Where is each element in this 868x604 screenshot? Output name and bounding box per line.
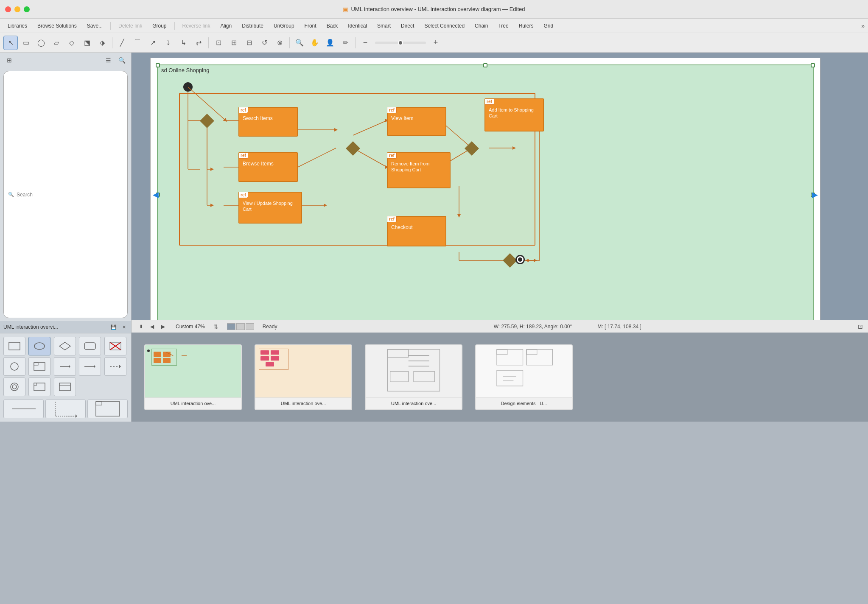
sidebar-grid-view[interactable]: ⊞ <box>3 55 15 65</box>
shape-fragment[interactable] <box>28 378 50 396</box>
nav-arrow-left[interactable]: ◀ <box>153 190 159 199</box>
menu-smart[interactable]: Smart <box>373 21 395 31</box>
tool-flip[interactable]: ⊗ <box>272 36 287 50</box>
thumbnail-4[interactable]: Design elements - U... <box>475 344 573 410</box>
menu-group[interactable]: Group <box>148 21 171 31</box>
tool-select-all[interactable]: ⊞ <box>227 36 241 50</box>
tool-parallelogram[interactable]: ▱ <box>49 36 64 50</box>
handle-top-left[interactable] <box>156 63 160 67</box>
sidebar-search-toggle[interactable]: 🔍 <box>116 55 128 65</box>
menu-libraries[interactable]: Libraries <box>3 21 31 31</box>
view-btn-1[interactable] <box>227 323 235 330</box>
sidebar-list-view[interactable]: ☰ <box>102 55 114 65</box>
menu-browse-solutions[interactable]: Browse Solutions <box>33 21 81 31</box>
view-btn-2[interactable] <box>236 323 245 330</box>
menu-back[interactable]: Back <box>322 21 342 31</box>
menu-front[interactable]: Front <box>300 21 321 31</box>
menu-reverse-link[interactable]: Reverse link <box>178 21 215 31</box>
menu-ungroup[interactable]: UnGroup <box>269 21 299 31</box>
tool-curve[interactable]: ⌒ <box>130 36 145 50</box>
canvas-area[interactable]: ⧉ ◇ ● ⌐ ⌐ sd Online Shopping ◀ <box>132 53 868 422</box>
handle-top-right[interactable] <box>811 63 815 67</box>
tool-rectangle[interactable]: ▭ <box>19 36 33 50</box>
prev-btn[interactable]: ◀ <box>148 322 156 331</box>
shape-frame[interactable] <box>28 357 50 376</box>
ref-view-update-cart[interactable]: ref View / Update Shopping Cart <box>238 192 302 224</box>
shape-ref-box[interactable] <box>87 400 128 418</box>
ref-tag-browse: ref <box>239 153 248 159</box>
tool-shape5[interactable]: ⬔ <box>80 36 94 50</box>
svg-rect-19 <box>59 383 70 391</box>
minimize-button[interactable] <box>14 6 20 12</box>
menu-select-connected[interactable]: Select Connected <box>420 21 469 31</box>
svg-rect-79 <box>526 349 537 354</box>
menu-grid[interactable]: Grid <box>539 21 557 31</box>
tool-zoom-select[interactable]: ⊡ <box>211 36 226 50</box>
shape-elbow[interactable] <box>45 400 86 418</box>
ref-checkout[interactable]: ref Checkout <box>387 216 446 246</box>
tool-ellipse[interactable]: ◯ <box>34 36 48 50</box>
shape-rounded-rect[interactable] <box>79 337 101 355</box>
shape-arrow-right[interactable] <box>54 357 76 376</box>
thumbnails-row: UML interaction ove... UML interaction o… <box>132 333 868 422</box>
shape-swimlane[interactable] <box>54 378 76 396</box>
menu-chain[interactable]: Chain <box>470 21 492 31</box>
menu-tree[interactable]: Tree <box>494 21 512 31</box>
zoom-slider[interactable] <box>375 42 426 44</box>
tool-rotate[interactable]: ↺ <box>257 36 272 50</box>
menu-distribute[interactable]: Distribute <box>238 21 268 31</box>
tool-diamond[interactable]: ◇ <box>64 36 79 50</box>
tool-search[interactable]: 🔍 <box>292 36 307 50</box>
menu-rulers[interactable]: Rulers <box>515 21 538 31</box>
ref-search-items[interactable]: ref Search Items <box>238 107 298 137</box>
shape-hline[interactable] <box>3 400 44 418</box>
tool-hand[interactable]: ✋ <box>308 36 322 50</box>
ref-browse-items[interactable]: ref Browse Items <box>238 152 298 182</box>
close-button[interactable] <box>5 6 11 12</box>
shape-rectangle[interactable] <box>3 337 25 355</box>
tool-stamp[interactable]: 👤 <box>323 36 337 50</box>
tool-connector2[interactable]: ↳ <box>176 36 190 50</box>
toggle-panel-btn[interactable]: ⊡ <box>858 323 863 330</box>
tool-connector3[interactable]: ⇄ <box>191 36 206 50</box>
shape-diamond[interactable] <box>54 337 76 355</box>
maximize-button[interactable] <box>24 6 30 12</box>
search-input[interactable] <box>17 192 123 198</box>
ref-remove-item[interactable]: ref Remove Item from Shopping Cart <box>387 152 451 188</box>
menu-identical[interactable]: Identical <box>344 21 371 31</box>
thumbnail-1[interactable]: UML interaction ove... <box>144 344 242 410</box>
tool-arrow[interactable]: ↗ <box>146 36 160 50</box>
play-btn[interactable]: ▶ <box>159 322 167 331</box>
panel-save-btn[interactable]: 💾 <box>110 323 118 331</box>
nav-arrow-right[interactable]: ▶ <box>812 190 818 199</box>
tool-select2[interactable]: ⊟ <box>242 36 256 50</box>
tool-pointer[interactable]: ↖ <box>3 36 18 50</box>
shape-circle-outline[interactable] <box>3 357 25 376</box>
shape-dashed-arrow[interactable] <box>104 357 126 376</box>
zoom-stepper[interactable]: ⇅ <box>213 323 218 330</box>
shape-arrow-long[interactable] <box>79 357 101 376</box>
thumbnail-3[interactable]: UML interaction ove... <box>365 344 462 410</box>
pause-btn[interactable]: ⏸ <box>137 322 145 331</box>
zoom-in-button[interactable]: + <box>428 36 443 50</box>
thumbnail-2[interactable]: UML interaction ove... <box>255 344 352 410</box>
menu-align[interactable]: Align <box>216 21 236 31</box>
tool-shape6[interactable]: ⬗ <box>95 36 109 50</box>
ref-view-item[interactable]: ref View Item <box>387 107 446 136</box>
view-btn-3[interactable] <box>246 323 254 330</box>
handle-top-center[interactable] <box>483 63 487 67</box>
menu-expand[interactable]: » <box>861 22 865 29</box>
tool-line[interactable]: ╱ <box>115 36 129 50</box>
zoom-out-button[interactable]: − <box>358 36 372 50</box>
menu-delete-link[interactable]: Delete link <box>114 21 146 31</box>
shape-cross[interactable] <box>104 337 126 355</box>
panel-close-btn[interactable]: ✕ <box>120 323 128 331</box>
tool-connector[interactable]: ⤵ <box>161 36 175 50</box>
shape-double-circle[interactable] <box>3 378 25 396</box>
ref-text-view-update: View / Update Shopping Cart <box>239 193 301 215</box>
menu-direct[interactable]: Direct <box>397 21 418 31</box>
tool-pen[interactable]: ✏ <box>338 36 353 50</box>
ref-add-item[interactable]: ref Add Item to Shopping Cart <box>484 98 544 131</box>
shape-ellipse[interactable] <box>28 337 50 355</box>
menu-save[interactable]: Save... <box>83 21 107 31</box>
